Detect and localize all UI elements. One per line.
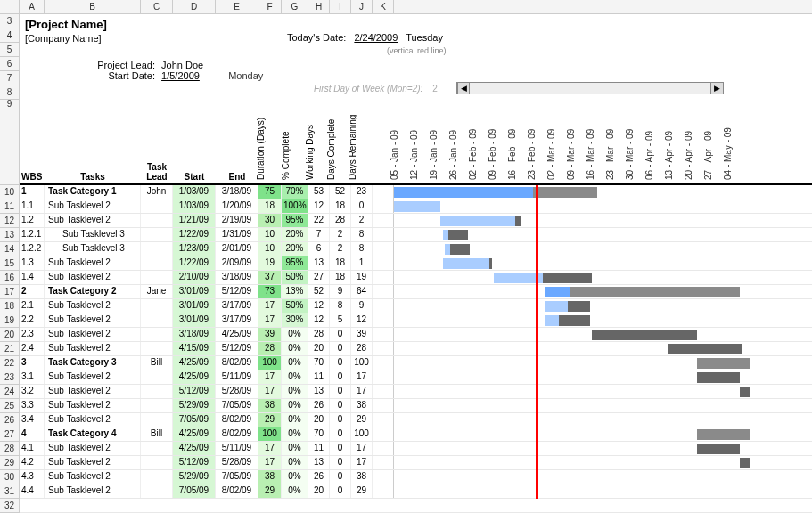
cell-days-remaining[interactable]: 29 <box>351 413 373 427</box>
col-start[interactable]: Start <box>173 170 216 183</box>
row-number-14[interactable]: 14 <box>0 242 20 256</box>
cell-wbs[interactable]: 1.3 <box>20 256 45 270</box>
row-number-22[interactable]: 22 <box>0 356 20 370</box>
col-duration[interactable]: Duration (Days) <box>258 98 282 183</box>
row-number-16[interactable]: 16 <box>0 271 20 285</box>
gantt-bar[interactable] <box>450 244 470 255</box>
cell-lead[interactable]: Bill <box>141 427 173 441</box>
cell-start[interactable]: 1/22/09 <box>173 228 216 241</box>
table-row[interactable]: 1.2.2Sub Tasklevel 31/23/092/01/091020%6… <box>20 242 812 256</box>
cell-wbs[interactable]: 2.3 <box>20 328 45 341</box>
cell-end[interactable]: 5/28/09 <box>216 385 258 398</box>
gantt-cell[interactable] <box>394 285 812 298</box>
cell-days-complete[interactable]: 18 <box>330 199 351 213</box>
cell-task[interactable]: Task Category 3 <box>45 356 141 370</box>
cell-lead[interactable] <box>141 242 173 256</box>
cell-end[interactable]: 1/20/09 <box>216 199 258 213</box>
cell-duration[interactable]: 28 <box>258 342 282 355</box>
cell-pct[interactable]: 0% <box>282 456 308 469</box>
cell-working-days[interactable]: 11 <box>308 370 330 384</box>
cell-task[interactable]: Sub Tasklevel 3 <box>45 228 141 241</box>
cell-duration[interactable]: 37 <box>258 271 282 284</box>
cell-start[interactable]: 5/12/09 <box>173 385 216 398</box>
cell-lead[interactable] <box>141 399 173 412</box>
row-number-12[interactable]: 12 <box>0 214 20 228</box>
cell-wbs[interactable]: 2.4 <box>20 342 45 355</box>
cell-lead[interactable] <box>141 456 173 469</box>
cell-days-complete[interactable]: 52 <box>330 185 351 199</box>
row-number-27[interactable]: 27 <box>0 427 20 442</box>
col-tasks[interactable]: Tasks <box>45 170 141 183</box>
row-number-11[interactable]: 11 <box>0 199 20 214</box>
cell-end[interactable]: 5/28/09 <box>216 456 258 469</box>
cell-end[interactable]: 3/18/09 <box>216 185 258 199</box>
col-letter-E[interactable]: E <box>216 0 258 13</box>
cell-wbs[interactable]: 4.3 <box>20 470 45 484</box>
gantt-bar[interactable] <box>515 216 521 226</box>
cell-days-remaining[interactable]: 2 <box>351 214 373 227</box>
cell-wbs[interactable]: 1.4 <box>20 271 45 284</box>
row-number-18[interactable]: 18 <box>0 299 20 313</box>
cell-wbs[interactable]: 1 <box>20 185 45 199</box>
cell-end[interactable]: 8/02/09 <box>216 484 258 498</box>
col-days-remaining[interactable]: Days Remaining <box>351 98 373 183</box>
cell-days-remaining[interactable]: 17 <box>351 456 373 469</box>
cell-days-complete[interactable]: 0 <box>330 442 351 455</box>
cell-start[interactable]: 1/21/09 <box>173 214 216 227</box>
cell-lead[interactable] <box>141 385 173 398</box>
cell-working-days[interactable]: 7 <box>308 228 330 241</box>
cell-pct[interactable]: 13% <box>282 285 308 298</box>
cell-end[interactable]: 5/11/09 <box>216 370 258 384</box>
cell-lead[interactable] <box>141 470 173 484</box>
cell-pct[interactable]: 95% <box>282 256 308 270</box>
cell-end[interactable]: 8/02/09 <box>216 356 258 370</box>
col-letter-K[interactable]: K <box>373 0 394 13</box>
cell-days-remaining[interactable]: 29 <box>351 484 373 498</box>
cell-days-remaining[interactable]: 39 <box>351 328 373 341</box>
table-row[interactable]: 4.2Sub Tasklevel 25/12/095/28/09170%1301… <box>20 456 812 470</box>
col-task-lead[interactable]: Task Lead <box>141 160 173 183</box>
gantt-bar[interactable] <box>697 429 750 440</box>
gantt-cell[interactable] <box>394 442 812 455</box>
cell-end[interactable]: 5/12/09 <box>216 285 258 298</box>
cell-task[interactable]: Sub Tasklevel 2 <box>45 299 141 313</box>
col-letter-H[interactable]: H <box>308 0 330 13</box>
cell-days-complete[interactable]: 0 <box>330 385 351 398</box>
cell-task[interactable]: Sub Tasklevel 2 <box>45 199 141 213</box>
cell-days-complete[interactable]: 0 <box>330 456 351 469</box>
cell-working-days[interactable]: 12 <box>308 199 330 213</box>
cell-days-complete[interactable]: 9 <box>330 285 351 298</box>
gantt-cell[interactable] <box>394 356 812 370</box>
gantt-bar[interactable] <box>697 372 740 383</box>
cell-working-days[interactable]: 13 <box>308 456 330 469</box>
table-row-empty[interactable] <box>20 499 812 513</box>
cell-duration[interactable]: 29 <box>258 413 282 427</box>
cell-wbs[interactable]: 1.2 <box>20 214 45 227</box>
gantt-cell[interactable] <box>394 328 812 341</box>
cell-days-complete[interactable]: 2 <box>330 228 351 241</box>
start-date-value[interactable]: 1/5/2009 <box>161 70 215 81</box>
scroll-track[interactable] <box>470 83 710 94</box>
cell-days-complete[interactable]: 28 <box>330 214 351 227</box>
cell-days-remaining[interactable]: 17 <box>351 442 373 455</box>
cell-start[interactable]: 3/01/09 <box>173 313 216 327</box>
cell-pct[interactable]: 0% <box>282 356 308 370</box>
row-number-15[interactable]: 15 <box>0 256 20 271</box>
cell-days-remaining[interactable]: 0 <box>351 199 373 213</box>
cell-wbs[interactable]: 3.3 <box>20 399 45 412</box>
gantt-bar[interactable] <box>448 230 468 240</box>
table-row[interactable]: 4Task Category 4Bill4/25/098/02/091000%7… <box>20 427 812 442</box>
cell-lead[interactable]: Jane <box>141 285 173 298</box>
cell-days-complete[interactable]: 5 <box>330 313 351 327</box>
gantt-cell[interactable] <box>394 313 812 327</box>
cell-start[interactable]: 5/12/09 <box>173 456 216 469</box>
cell-working-days[interactable]: 12 <box>308 299 330 313</box>
col-end[interactable]: End <box>216 170 258 183</box>
cell-working-days[interactable]: 22 <box>308 214 330 227</box>
table-row[interactable]: 1.1Sub Tasklevel 21/03/091/20/0918100%12… <box>20 199 812 214</box>
table-row[interactable]: 2Task Category 2Jane3/01/095/12/097313%5… <box>20 285 812 299</box>
gantt-bar[interactable] <box>443 258 489 269</box>
cell-working-days[interactable]: 11 <box>308 442 330 455</box>
cell-days-remaining[interactable]: 100 <box>351 427 373 441</box>
gantt-bar[interactable] <box>543 273 592 283</box>
